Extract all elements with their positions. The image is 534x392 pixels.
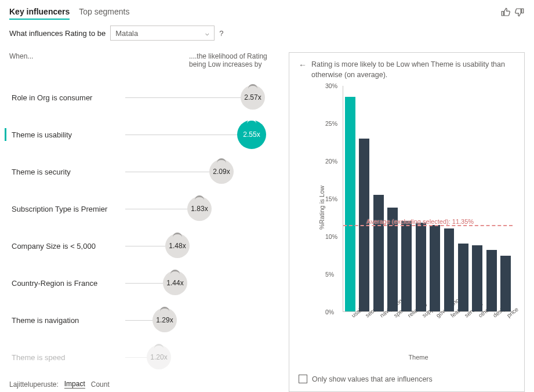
chevron-down-icon: ⌵: [205, 30, 209, 37]
y-tick: 20%: [325, 158, 337, 165]
influencer-label: Role in Org is consumer: [9, 93, 92, 102]
influencer-bubble: 2.57x: [241, 85, 265, 110]
influencer-row[interactable]: Theme is usability2.55x: [9, 116, 282, 153]
sort-impact[interactable]: Impact: [64, 380, 85, 389]
influencer-row[interactable]: Theme is navigation1.29x: [9, 302, 282, 339]
sort-row: Lajitteluperuste: Impact Count: [9, 380, 110, 389]
average-line: [343, 225, 513, 226]
checkbox-label: Only show values that are influencers: [312, 375, 433, 383]
bar-navigation[interactable]: navigation: [373, 195, 384, 311]
chart-area: %Rating is Low 0%5%10%15%20%25%30% usabi…: [315, 86, 515, 329]
influencer-row[interactable]: Country-Region is France1.44x: [9, 264, 282, 302]
sort-count[interactable]: Count: [91, 380, 110, 389]
influencer-bubble: 1.20x: [147, 345, 171, 369]
sort-label: Lajitteluperuste:: [9, 380, 59, 389]
col-when: When...: [9, 52, 33, 68]
bar-price[interactable]: price: [500, 256, 511, 311]
influencer-filter-checkbox[interactable]: Only show values that are influencers: [299, 375, 515, 383]
influencer-label: Subscription Type is Premier: [9, 205, 107, 213]
dropdown-value: Matala: [115, 29, 138, 38]
bar-services[interactable]: services: [458, 244, 468, 311]
influencer-label: Theme is usability: [9, 130, 72, 139]
y-tick: 5%: [325, 271, 334, 278]
influencer-bubble: 1.83x: [187, 197, 212, 221]
y-tick: 0%: [325, 308, 334, 315]
influencer-row[interactable]: Subscription Type is Premier1.83x: [9, 190, 282, 227]
thumbs-up-icon[interactable]: [500, 7, 511, 20]
tabs: Key influencers Top segments: [9, 7, 129, 20]
tab-top-segments[interactable]: Top segments: [79, 7, 129, 20]
influencer-bubble: 2.55x: [237, 120, 266, 149]
thumbs-down-icon[interactable]: [514, 7, 525, 20]
influencer-label: Theme is speed: [9, 353, 66, 362]
question-prefix: What influences Rating to be: [9, 29, 106, 38]
influencer-row[interactable]: Theme is security2.09x: [9, 153, 282, 190]
y-tick: 15%: [325, 195, 337, 202]
influencer-pane: When... ....the likelihood of Rating bei…: [9, 52, 282, 392]
bar-reliability[interactable]: reliability: [401, 221, 412, 311]
y-tick: 30%: [325, 82, 337, 89]
influencer-label: Theme is navigation: [9, 316, 79, 325]
influencer-label: Company Size is < 5,000: [9, 242, 96, 251]
influencer-bubble: 2.09x: [209, 159, 234, 184]
y-tick: 25%: [325, 120, 337, 127]
x-axis-label: Theme: [322, 354, 515, 361]
y-axis-label: %Rating is Low: [318, 186, 325, 230]
bar-design[interactable]: design: [486, 250, 497, 311]
question-row: What influences Rating to be Matala ⌵ ?: [9, 26, 525, 41]
influencer-label: Theme is security: [9, 168, 71, 176]
influencer-row[interactable]: Company Size is < 5,0001.48x: [9, 227, 282, 264]
influencer-bubble: 1.48x: [165, 234, 190, 258]
bar-features[interactable]: features: [444, 228, 455, 311]
y-tick: 10%: [325, 233, 337, 240]
col-likelihood: ....the likelihood of Rating being Low i…: [189, 52, 282, 68]
influencer-bubble: 1.29x: [152, 308, 177, 332]
chart-pane: ← Rating is more likely to be Low when T…: [289, 52, 525, 392]
bar-usability[interactable]: usability: [345, 97, 355, 311]
influencer-row[interactable]: Role in Org is consumer2.57x: [9, 79, 282, 116]
help-icon[interactable]: ?: [219, 29, 223, 38]
tab-key-influencers[interactable]: Key influencers: [9, 7, 70, 20]
bar-support[interactable]: support: [416, 223, 426, 311]
influencer-row[interactable]: Theme is speed1.20x: [9, 339, 282, 376]
x-tick: price: [506, 306, 520, 319]
influencer-label: Country-Region is France: [9, 279, 97, 288]
bar-other[interactable]: other: [472, 245, 482, 311]
rating-dropdown[interactable]: Matala ⌵: [110, 26, 215, 41]
bar-governance[interactable]: governance: [430, 225, 440, 311]
average-label: Average (excluding selected): 11.35%: [366, 218, 474, 225]
influencer-bubble: 1.44x: [163, 271, 187, 295]
back-arrow-icon[interactable]: ←: [299, 60, 307, 71]
checkbox-icon: [299, 375, 307, 383]
chart-description: Rating is more likely to be Low when The…: [311, 60, 515, 80]
